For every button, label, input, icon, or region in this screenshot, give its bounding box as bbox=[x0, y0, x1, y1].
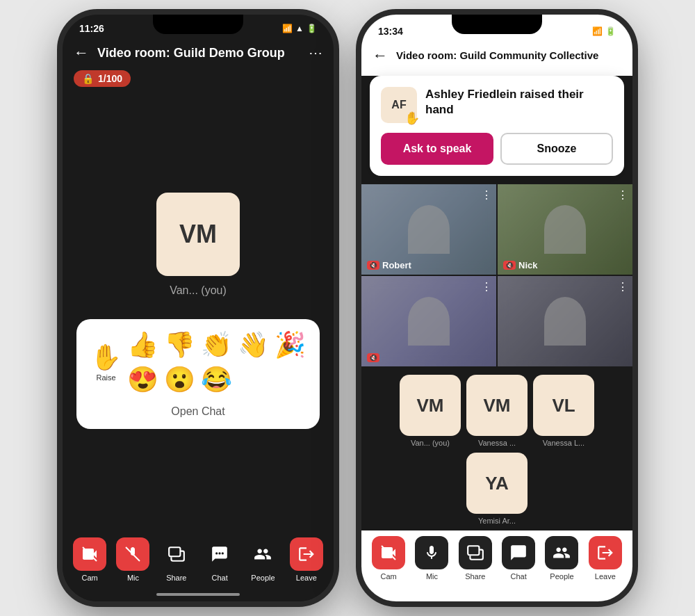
chat-label: Chat bbox=[212, 574, 228, 582]
notif-avatar: AF ✋ bbox=[381, 87, 417, 123]
header-2: ← Video room: Guild Community Collective bbox=[361, 41, 632, 76]
avatar-box-vm2: VM bbox=[466, 375, 528, 436]
cell-menu-1[interactable]: ⋮ bbox=[481, 188, 492, 202]
chat-icon bbox=[203, 537, 236, 571]
shocked-emoji[interactable]: 😮 bbox=[164, 365, 195, 394]
raise-reaction[interactable]: ✋ Raise bbox=[90, 343, 122, 382]
chat-button[interactable]: Chat bbox=[202, 537, 238, 582]
person-silhouette-4 bbox=[544, 297, 586, 346]
people-button-2[interactable]: People bbox=[543, 536, 580, 581]
leave-button-2[interactable]: Leave bbox=[587, 536, 623, 581]
ask-to-speak-button[interactable]: Ask to speak bbox=[381, 133, 493, 165]
notification-buttons: Ask to speak Snooze bbox=[381, 133, 613, 165]
hand-raised-icon: ✋ bbox=[404, 111, 420, 126]
notif-avatar-initials: AF bbox=[391, 99, 406, 111]
phone-2: 13:34 📶 🔋 ← Video room: Guild Community … bbox=[361, 15, 632, 601]
leave-label: Leave bbox=[296, 574, 317, 582]
avatar-initials-ya: YA bbox=[485, 473, 509, 494]
leave-button[interactable]: Leave bbox=[288, 537, 325, 582]
emoji-row-1: ✋ Raise 👍 👎 👏 👋 🎉 😍 😮 😂 bbox=[90, 330, 306, 394]
share-button-2[interactable]: Share bbox=[457, 536, 493, 581]
heart-eyes-emoji[interactable]: 😍 bbox=[127, 365, 158, 394]
bottom-toolbar-1: Cam Mic Share bbox=[63, 529, 334, 601]
snooze-button[interactable]: Snooze bbox=[500, 133, 613, 165]
raise-label: Raise bbox=[96, 373, 115, 382]
people-icon bbox=[246, 537, 279, 571]
room-title: Video room: Guild Demo Group bbox=[97, 46, 300, 60]
share-button[interactable]: Share bbox=[158, 537, 195, 582]
mic-button[interactable]: Mic bbox=[115, 537, 151, 582]
cam-button-2[interactable]: Cam bbox=[370, 536, 407, 581]
avatar-box-ya: YA bbox=[466, 453, 528, 514]
avatar-initials-vm2: VM bbox=[484, 395, 511, 416]
chat-button-2[interactable]: Chat bbox=[500, 536, 537, 581]
thumbs-up-emoji[interactable]: 👍 bbox=[127, 330, 158, 359]
mic-button-2[interactable]: Mic bbox=[414, 536, 450, 581]
home-indicator-1 bbox=[156, 593, 240, 596]
video-name-robert: 🔇 Robert bbox=[367, 260, 411, 270]
video-grid: ⋮ 🔇 Robert ⋮ 🔇 Nick ⋮ bbox=[361, 184, 632, 366]
svg-rect-7 bbox=[468, 546, 479, 555]
cell-menu-2[interactable]: ⋮ bbox=[617, 188, 628, 202]
notch-1 bbox=[153, 15, 243, 34]
emoji-grid: 👍 👎 👏 👋 🎉 😍 😮 😂 bbox=[127, 330, 306, 394]
people-icon-2 bbox=[545, 536, 578, 569]
back-button[interactable]: ← bbox=[74, 44, 89, 62]
muted-icon-3: 🔇 bbox=[367, 353, 379, 362]
avatar-initials: VM bbox=[179, 220, 217, 249]
share-label: Share bbox=[166, 574, 186, 582]
notch-2 bbox=[452, 15, 542, 34]
header-1: ← Video room: Guild Demo Group ⋯ bbox=[63, 38, 334, 70]
avatar-grid: VM Van... (you) VM Vanessa ... VL Vaness… bbox=[361, 369, 632, 530]
battery-icon: 🔋 bbox=[306, 24, 317, 33]
badge-row: 🔒 1/100 bbox=[63, 70, 334, 92]
avatar-name-ya: Yemisi Ar... bbox=[478, 517, 516, 525]
chat-icon-2 bbox=[502, 536, 535, 569]
mic-label: Mic bbox=[127, 574, 139, 582]
avatar-item-ya: YA Yemisi Ar... bbox=[466, 453, 528, 525]
cell-menu-3[interactable]: ⋮ bbox=[481, 280, 492, 293]
cam-icon bbox=[73, 537, 106, 571]
status-time: 11:26 bbox=[79, 23, 104, 34]
home-indicator-2 bbox=[455, 593, 539, 596]
avatar-item-vm1: VM Van... (you) bbox=[400, 375, 461, 447]
video-name-3: 🔇 bbox=[367, 353, 379, 362]
laugh-emoji[interactable]: 😂 bbox=[201, 365, 232, 394]
party-emoji[interactable]: 🎉 bbox=[275, 330, 306, 359]
cam-label-2: Cam bbox=[381, 572, 397, 581]
waving-emoji[interactable]: 👋 bbox=[238, 330, 269, 359]
people-button[interactable]: People bbox=[245, 537, 281, 582]
share-icon bbox=[160, 537, 193, 571]
cam-button[interactable]: Cam bbox=[72, 537, 108, 582]
user-avatar: VM bbox=[156, 193, 240, 276]
video-cell-3: ⋮ 🔇 bbox=[361, 276, 496, 366]
menu-button[interactable]: ⋯ bbox=[309, 44, 322, 61]
person-silhouette-2 bbox=[544, 205, 586, 254]
avatar-initials-vl: VL bbox=[552, 395, 575, 416]
cell-menu-4[interactable]: ⋮ bbox=[617, 280, 628, 293]
notification-text: Ashley Friedlein raised their hand bbox=[425, 87, 613, 117]
leave-icon bbox=[290, 537, 323, 571]
cam-label: Cam bbox=[82, 574, 98, 582]
video-name-nick: 🔇 Nick bbox=[503, 260, 537, 270]
participant-name-nick: Nick bbox=[518, 260, 537, 270]
signal-icon-2: 📶 bbox=[592, 26, 603, 36]
status-icons: 📶 ▲ 🔋 bbox=[282, 24, 317, 33]
thumbs-down-emoji[interactable]: 👎 bbox=[164, 330, 195, 359]
muted-icon-1: 🔇 bbox=[367, 261, 379, 270]
mic-icon-2 bbox=[415, 536, 448, 569]
people-label-2: People bbox=[550, 572, 573, 581]
person-silhouette-3 bbox=[408, 297, 450, 346]
participant-badge: 🔒 1/100 bbox=[74, 70, 131, 87]
status-time-2: 13:34 bbox=[378, 26, 403, 37]
wifi-icon: ▲ bbox=[295, 24, 304, 33]
back-button-2[interactable]: ← bbox=[373, 47, 388, 65]
avatar-box-vl: VL bbox=[533, 375, 594, 436]
person-silhouette-1 bbox=[408, 205, 450, 254]
clapping-emoji[interactable]: 👏 bbox=[201, 330, 232, 359]
video-cell-nick: ⋮ 🔇 Nick bbox=[498, 184, 632, 275]
battery-icon-2: 🔋 bbox=[605, 26, 616, 36]
video-cell-robert: ⋮ 🔇 Robert bbox=[361, 184, 496, 275]
notification-card: AF ✋ Ashley Friedlein raised their hand … bbox=[370, 76, 624, 176]
open-chat-text[interactable]: Open Chat bbox=[90, 401, 306, 418]
